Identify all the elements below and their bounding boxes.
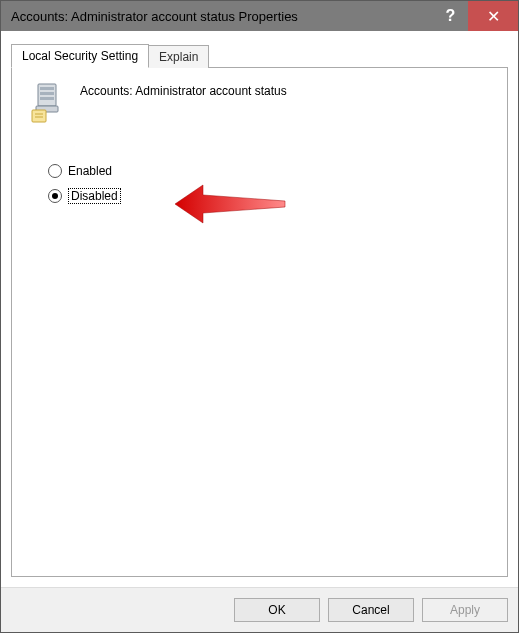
ok-button[interactable]: OK [234,598,320,622]
client-area: Local Security Setting Explain [1,31,518,587]
help-button[interactable]: ? [433,1,468,31]
tab-strip: Local Security Setting Explain [11,43,508,67]
radio-enabled-indicator [48,164,62,178]
button-bar: OK Cancel Apply [1,587,518,632]
svg-rect-1 [40,87,54,90]
cancel-button[interactable]: Cancel [328,598,414,622]
radio-enabled-label: Enabled [68,164,112,178]
title-bar: Accounts: Administrator account status P… [1,1,518,31]
svg-rect-2 [40,92,54,95]
annotation-arrow [173,179,293,232]
policy-title: Accounts: Administrator account status [80,82,287,98]
svg-rect-3 [40,97,54,100]
close-button[interactable]: ✕ [468,1,518,31]
radio-disabled[interactable]: Disabled [48,188,491,204]
radio-disabled-label: Disabled [68,188,121,204]
tab-explain[interactable]: Explain [148,45,209,68]
help-icon: ? [446,7,456,25]
properties-dialog: Accounts: Administrator account status P… [0,0,519,633]
close-icon: ✕ [487,7,500,26]
policy-icon [28,82,68,124]
radio-enabled[interactable]: Enabled [48,164,491,178]
radio-disabled-indicator [48,189,62,203]
tab-panel: Accounts: Administrator account status E… [11,67,508,577]
apply-button[interactable]: Apply [422,598,508,622]
policy-header: Accounts: Administrator account status [28,82,491,124]
tab-local-security-setting[interactable]: Local Security Setting [11,44,149,68]
radio-group: Enabled Disabled [48,164,491,204]
window-controls: ? ✕ [433,1,518,31]
window-title: Accounts: Administrator account status P… [1,9,433,24]
svg-rect-5 [32,110,46,122]
